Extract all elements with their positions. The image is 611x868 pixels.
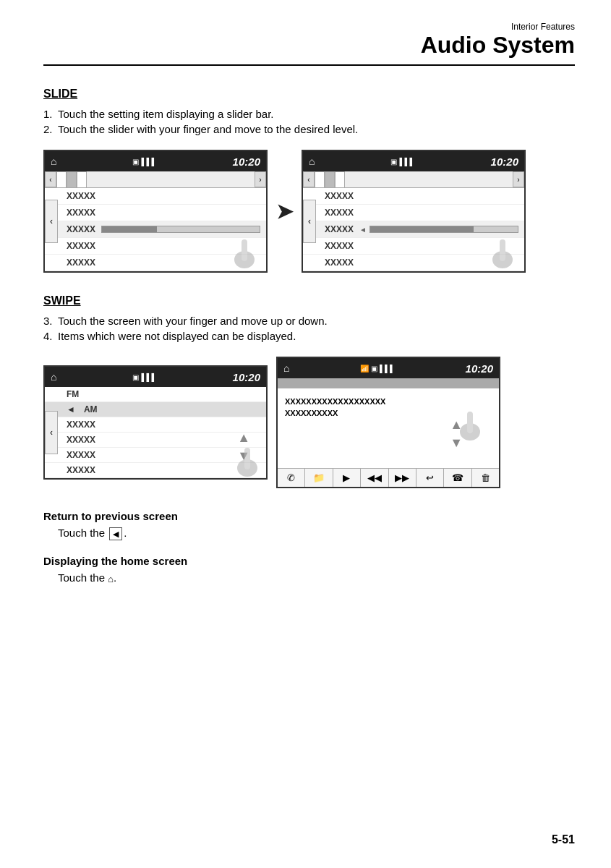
swipe-row-1: XXXXX [45,417,266,433]
menu-row-1: XXXXX [45,188,266,205]
swipe-status-right: 📶 ▣ ▌▌▌ [360,365,395,373]
time-left: 10:20 [233,156,260,168]
left-nav-right[interactable]: ‹ [303,200,316,243]
slide-step-2: 2.Touch the slider with your finger and … [43,123,575,135]
menu-row-r-2: XXXXX [303,205,524,221]
finger-icon-swipe-left [231,441,263,478]
home-heading: Displaying the home screen [43,555,575,567]
return-step-1: Touch the ◀. [43,527,575,540]
home-step: Touch the ⌂. [43,571,575,584]
ctrl-play[interactable]: ▶ [333,469,361,487]
tab-2[interactable] [67,171,77,187]
slider-fill [102,226,157,232]
status-icons-right: ▣ ▌▌▌ [390,158,414,166]
swipe-screen-right: ⌂ 📶 ▣ ▌▌▌ 10:20 XXXXXXXXXXXXXXXXXXX XXXX… [276,357,500,488]
battery-icon-r: ▣ [390,158,397,166]
swipe-row-fm: FM [45,387,266,402]
slide-right-body: ‹ › ‹ XXXXX XXXXX XXXXX [303,171,524,271]
tab-scroll-left[interactable]: ‹ [45,171,56,187]
tab-r-2[interactable] [325,171,335,187]
speaker-icon: ◄ [67,404,75,414]
back-icon-box: ◀ [109,527,122,540]
swipe-left-nav[interactable]: ‹ [45,411,58,454]
swipe-time-right: 10:20 [466,362,493,375]
swipe-signal-right: ▌▌▌ [380,365,395,373]
ctrl-back[interactable]: ↩ [416,469,444,487]
svg-rect-3 [500,239,505,261]
swipe-heading: SWIPE [43,294,575,307]
home-icon-inline: ⌂ [108,574,114,584]
return-step: Touch the ◀. [43,527,575,540]
tab-scroll-right-r[interactable]: › [513,171,524,187]
slide-diagrams: ⌂ ▣ ▌▌▌ 10:20 ‹ [43,150,575,273]
svg-rect-5 [244,448,250,469]
page-header: Interior Features Audio System [43,22,575,66]
tab-scroll-left-r[interactable]: ‹ [303,171,315,187]
slide-steps: 1.Touch the setting item displaying a sl… [43,108,575,135]
arrow-right: ➤ [276,200,293,224]
tab-items-right [315,171,513,187]
swipe-signal-left: ▌▌▌ [141,373,156,381]
swipe-steps: 3.Touch the screen with your finger and … [43,315,575,342]
swipe-home-icon-left: ⌂ [51,371,56,383]
swipe-left-body: ‹ FM ◄ AM XXXXX XXXXX XXXXX XXXXX [45,387,266,478]
swipe-step-2: 4.Items which were not displayed can be … [43,330,575,342]
swipe-top-bar [278,378,499,388]
tab-3[interactable] [77,171,87,187]
menu-row-r-1: XXXXX [303,188,524,205]
slider-fill-right [370,226,474,232]
swipe-row-am: ◄ AM [45,402,266,417]
tab-bar-left: ‹ › [45,171,266,188]
home-icon-right: ⌂ [309,156,315,167]
ctrl-call[interactable]: ☎ [444,469,471,487]
finger-icon-right [487,232,518,270]
tab-1[interactable] [56,171,67,187]
return-section: Return to previous screen Touch the ◀. [43,510,575,540]
swipe-right-body: XXXXXXXXXXXXXXXXXXX XXXXXXXXXX ▲ ▼ [278,388,499,468]
ctrl-prev[interactable]: ◀◀ [361,469,388,487]
swipe-screen-left: ⌂ ▣ ▌▌▌ 10:20 ‹ FM ◄ AM XXX [43,365,268,480]
swipe-home-icon-right: ⌂ [283,362,289,374]
slider-arrow-left: ◄ [359,226,367,234]
tab-r-3[interactable] [335,171,345,187]
finger-icon-swipe-right [454,404,486,442]
swipe-status-left: ▣ ▌▌▌ [132,373,156,381]
swipe-battery-right: ▣ [371,365,377,373]
ctrl-phone[interactable]: ✆ [278,469,305,487]
slide-section: SLIDE 1.Touch the setting item displayin… [43,88,575,273]
status-icons-left: ▣ ▌▌▌ [132,158,156,166]
home-section: Displaying the home screen Touch the ⌂. [43,555,575,584]
tab-r-1[interactable] [315,171,325,187]
swipe-battery-left: ▣ [132,373,139,381]
battery-icon: ▣ [132,158,139,166]
swipe-time-left: 10:20 [233,371,260,383]
signal-icon: ▌▌▌ [141,158,156,166]
swipe-screen-header-right: ⌂ 📶 ▣ ▌▌▌ 10:20 [278,358,499,378]
swipe-screen-header-left: ⌂ ▣ ▌▌▌ 10:20 [45,367,266,387]
ctrl-delete[interactable]: 🗑 [472,469,499,487]
page-number: 5-51 [552,833,575,846]
slide-heading: SLIDE [43,88,575,101]
swipe-section: SWIPE 3.Touch the screen with your finge… [43,294,575,488]
tab-bar-right: ‹ › [303,171,524,188]
left-nav-left[interactable]: ‹ [45,200,58,243]
svg-rect-7 [467,412,473,433]
time-right: 10:20 [491,156,518,168]
return-heading: Return to previous screen [43,510,575,522]
slide-left-body: ‹ › ‹ XXXXX XXXXX [45,171,266,271]
swipe-step-1: 3.Touch the screen with your finger and … [43,315,575,327]
swipe-wifi-right: 📶 [360,365,369,373]
home-step-1: Touch the ⌂. [43,571,575,584]
media-controls: ✆ 📁 ▶ ◀◀ ▶▶ ↩ ☎ 🗑 [278,468,499,487]
ctrl-folder[interactable]: 📁 [305,469,333,487]
tab-scroll-right-left[interactable]: › [255,171,266,187]
screen-header-right: ⌂ ▣ ▌▌▌ 10:20 [303,151,524,171]
home-icon-left: ⌂ [51,156,56,167]
header-title: Audio System [43,32,575,59]
signal-icon-r: ▌▌▌ [399,158,414,166]
ctrl-next[interactable]: ▶▶ [389,469,416,487]
finger-icon-left [228,232,260,270]
swipe-diagrams: ⌂ ▣ ▌▌▌ 10:20 ‹ FM ◄ AM XXX [43,357,575,488]
slide-screen-left: ⌂ ▣ ▌▌▌ 10:20 ‹ [43,150,268,273]
tab-items-left [56,171,255,187]
